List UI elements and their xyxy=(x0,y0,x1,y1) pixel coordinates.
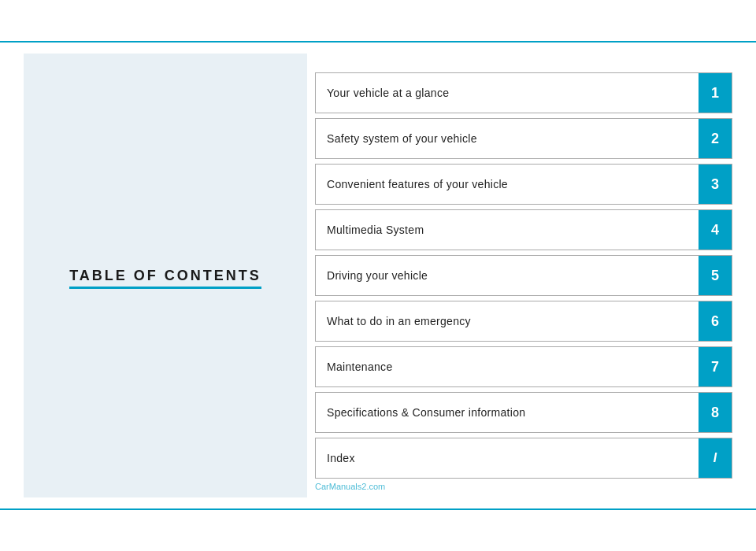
toc-item-number-6: 6 xyxy=(699,301,732,341)
toc-item-label-2: Safety system of your vehicle xyxy=(316,119,699,158)
toc-item-number-4: 4 xyxy=(699,210,732,250)
toc-item-number-5: 5 xyxy=(699,256,732,295)
toc-item-7[interactable]: Maintenance7 xyxy=(315,346,732,387)
toc-item-9[interactable]: IndexI xyxy=(315,438,732,479)
toc-item-number-1: 1 xyxy=(699,73,732,113)
toc-item-4[interactable]: Multimedia System4 xyxy=(315,209,732,250)
toc-item-8[interactable]: Specifications & Consumer information8 xyxy=(315,392,732,433)
toc-item-label-4: Multimedia System xyxy=(316,210,699,250)
bottom-decorative-line xyxy=(0,508,756,510)
toc-item-label-5: Driving your vehicle xyxy=(316,256,699,295)
toc-item-label-8: Specifications & Consumer information xyxy=(316,393,699,432)
toc-item-label-6: What to do in an emergency xyxy=(316,301,699,341)
toc-item-6[interactable]: What to do in an emergency6 xyxy=(315,301,732,342)
main-container: TABLE OF CONTENTS Your vehicle at a glan… xyxy=(24,54,732,497)
toc-item-number-9: I xyxy=(699,438,732,478)
toc-item-3[interactable]: Convenient features of your vehicle3 xyxy=(315,164,732,205)
toc-item-number-3: 3 xyxy=(699,165,732,204)
toc-item-label-7: Maintenance xyxy=(316,347,699,386)
toc-item-label-1: Your vehicle at a glance xyxy=(316,73,699,113)
toc-item-number-2: 2 xyxy=(699,119,732,158)
toc-title: TABLE OF CONTENTS xyxy=(69,268,261,284)
watermark: CarManuals2.com xyxy=(315,482,385,491)
toc-item-5[interactable]: Driving your vehicle5 xyxy=(315,255,732,296)
toc-item-label-3: Convenient features of your vehicle xyxy=(316,165,699,204)
top-decorative-line xyxy=(0,41,756,43)
left-panel: TABLE OF CONTENTS xyxy=(24,54,307,497)
toc-item-number-8: 8 xyxy=(699,393,732,432)
toc-item-number-7: 7 xyxy=(699,347,732,386)
toc-item-1[interactable]: Your vehicle at a glance1 xyxy=(315,72,732,113)
toc-list: Your vehicle at a glance1Safety system o… xyxy=(307,54,732,497)
toc-item-2[interactable]: Safety system of your vehicle2 xyxy=(315,118,732,159)
toc-item-label-9: Index xyxy=(316,438,699,478)
